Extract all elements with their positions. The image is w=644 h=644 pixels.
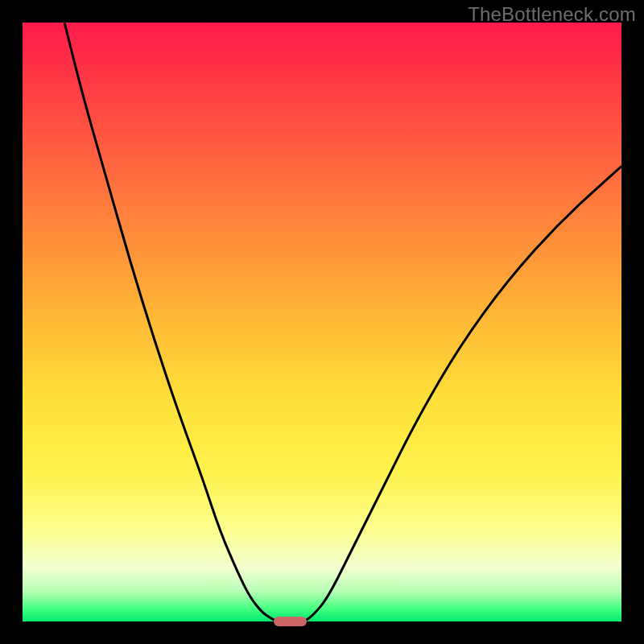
watermark-text: TheBottleneck.com [468, 3, 636, 26]
curve-left [64, 23, 277, 621]
curve-right [304, 167, 621, 621]
plot-area [23, 23, 621, 621]
bottleneck-marker [274, 617, 307, 626]
bottleneck-curve [23, 23, 621, 621]
chart-frame: TheBottleneck.com [0, 0, 644, 644]
